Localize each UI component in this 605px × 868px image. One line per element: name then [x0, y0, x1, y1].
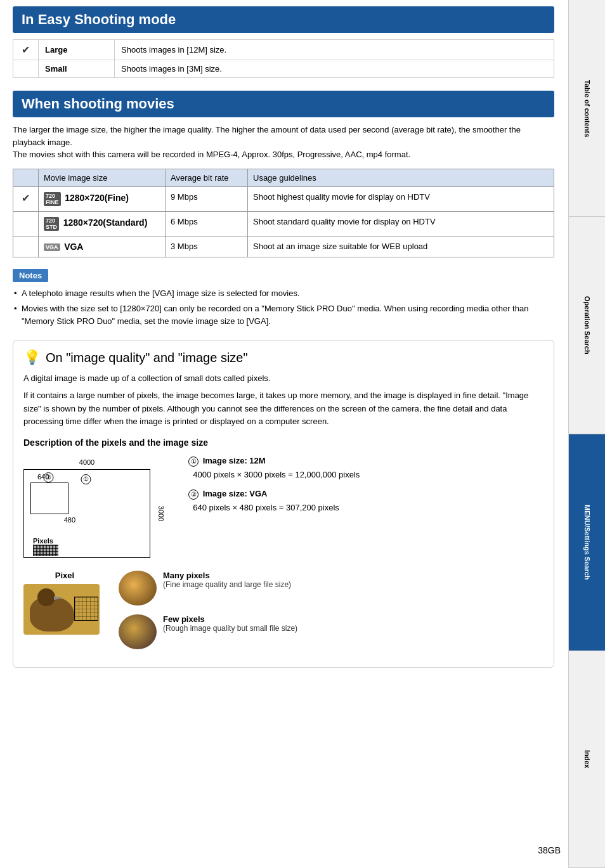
row3-check [13, 236, 39, 257]
movie-table-header-row: Movie image size Average bit rate Usage … [13, 169, 554, 186]
row3-size: VGA VGA [39, 236, 166, 257]
main-content: In Easy Shooting mode ✔ Large Shoots ima… [0, 0, 567, 693]
hint-section: 💡 On "image quality" and "image size" A … [13, 340, 554, 668]
row2-usage: Shoot standard quality movie for display… [248, 211, 554, 236]
hint-icon: 💡 [23, 349, 41, 366]
icon-720std: 720STD [44, 217, 59, 231]
row2-bitrate: 6 Mbps [166, 211, 248, 236]
diagram-item-1: ① Image size: 12M 4000 pixels × 3000 pix… [188, 454, 543, 482]
pixel-examples: Pixel Many pixels (Fine image quality an… [23, 571, 543, 658]
size-name-small: Small [39, 60, 115, 78]
notes-header: Notes [13, 269, 48, 282]
inner-dim-bottom: 480 [64, 516, 75, 524]
size-desc-small: Shoots images in [3M] size. [115, 60, 554, 78]
size-name-large: Large [39, 40, 115, 60]
row1-size: 720FINE 1280×720(Fine) [39, 186, 166, 211]
easy-shooting-header: In Easy Shooting mode [13, 6, 554, 33]
row1-bitrate: 9 Mbps [166, 186, 248, 211]
table-row: ✔ Large Shoots images in [12M] size. [13, 40, 554, 60]
col-header-usage: Usage guidelines [248, 169, 554, 186]
col-header-bitrate: Average bit rate [166, 169, 248, 186]
outer-dim-right: 3000 [157, 506, 165, 521]
thumb-rough [119, 614, 157, 649]
row3-usage: Shoot at an image size suitable for WEB … [248, 236, 554, 257]
pixels-grid [33, 545, 58, 556]
size-desc-large: Shoots images in [12M] size. [115, 40, 554, 60]
icon-720fine: 720FINE [44, 192, 61, 206]
bird-image [23, 584, 100, 635]
col-header-empty [13, 169, 39, 186]
notes-list: A telephoto image results when the [VGA]… [13, 287, 554, 328]
row2-size: 720STD 1280×720(Standard) [39, 211, 166, 236]
sidebar-tab-menu[interactable]: MENU/Settings Search [568, 434, 605, 651]
movie-table: Movie image size Average bit rate Usage … [13, 169, 554, 257]
pixel-label: Pixel [23, 571, 106, 580]
quality-item-fine: Many pixels (Fine image quality and larg… [119, 571, 543, 606]
sidebar-tab-operation[interactable]: Operation Search [568, 217, 605, 434]
quality-item-rough: Few pixels (Rough image quality but smal… [119, 614, 543, 649]
sidebar: Table of contents Operation Search MENU/… [568, 0, 605, 868]
pixel-example-left: Pixel [23, 571, 106, 635]
outer-dim-top: 4000 [79, 458, 94, 466]
checkmark-cell: ✔ [13, 40, 39, 60]
notes-item-1: A telephoto image results when the [VGA]… [13, 287, 554, 300]
table-row: 720STD 1280×720(Standard) 6 Mbps Shoot s… [13, 211, 554, 236]
sidebar-tab-index[interactable]: Index [568, 651, 605, 868]
hint-body: A digital image is made up of a collecti… [23, 372, 543, 429]
diagram-box: 4000 3000 ① 640 480 ② [23, 469, 150, 558]
hint-subheader: Description of the pixels and the image … [23, 437, 543, 448]
circle-1: ① [81, 474, 93, 484]
row3-bitrate: 3 Mbps [166, 236, 248, 257]
pixels-label: Pixels [33, 537, 53, 545]
pixel-example-right: Many pixels (Fine image quality and larg… [119, 571, 543, 658]
row2-check [13, 211, 39, 236]
table-row: VGA VGA 3 Mbps Shoot at an image size su… [13, 236, 554, 257]
row1-check: ✔ [13, 186, 39, 211]
diagram-item-2: ② Image size: VGA 640 pixels × 480 pixel… [188, 487, 543, 515]
diagram-info: ① Image size: 12M 4000 pixels × 3000 pix… [188, 454, 543, 520]
row1-usage: Shoot highest quality movie for display … [248, 186, 554, 211]
diagram-area: 4000 3000 ① 640 480 ② [23, 454, 543, 558]
quality-text-fine: Many pixels (Fine image quality and larg… [163, 571, 291, 589]
notes-section: Notes A telephoto image results when the… [13, 269, 554, 328]
quality-text-rough: Few pixels (Rough image quality but smal… [163, 614, 297, 633]
notes-item-2: Movies with the size set to [1280×720] c… [13, 302, 554, 327]
sidebar-tab-toc[interactable]: Table of contents [568, 0, 605, 217]
inner-rect: 640 480 ② [30, 483, 68, 514]
table-row: ✔ 720FINE 1280×720(Fine) 9 Mbps Shoot hi… [13, 186, 554, 211]
shooting-movies-header: When shooting movies [13, 91, 554, 117]
col-header-size: Movie image size [39, 169, 166, 186]
pixel-overlay [74, 597, 98, 621]
table-row: Small Shoots images in [3M] size. [13, 60, 554, 78]
easy-shooting-table: ✔ Large Shoots images in [12M] size. Sma… [13, 39, 554, 78]
circle-2: ② [44, 472, 56, 483]
bird-head [37, 588, 55, 606]
icon-vga: VGA [44, 243, 60, 251]
empty-check-cell [13, 60, 39, 78]
page-number: 38GB [538, 845, 561, 855]
hint-title: 💡 On "image quality" and "image size" [23, 349, 543, 366]
movies-intro: The larger the image size, the higher th… [13, 124, 554, 161]
thumb-fine [119, 571, 157, 606]
